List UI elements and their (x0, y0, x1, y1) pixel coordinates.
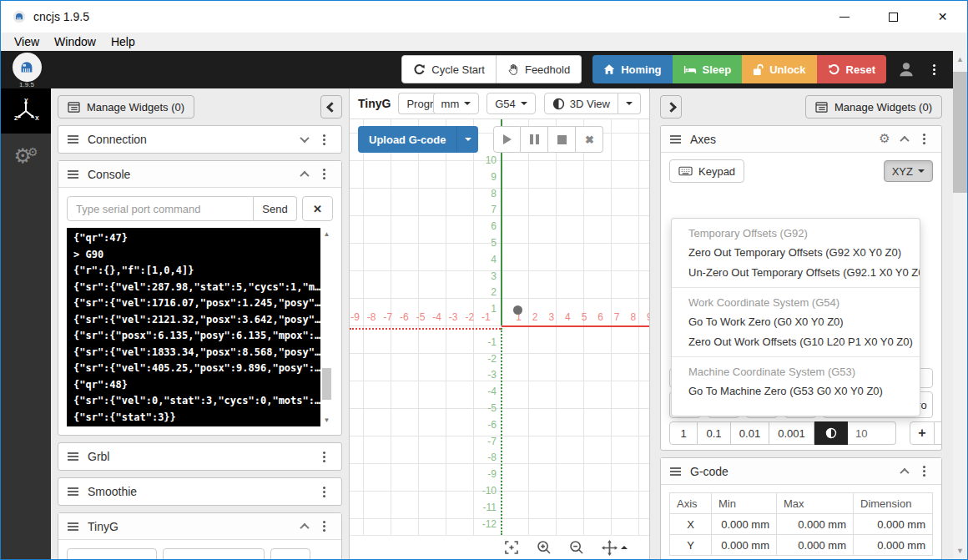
drag-handle-icon[interactable] (67, 452, 79, 462)
right-widget-column: Manage Widgets (0) Axes ⚙ Keypad (650, 88, 953, 559)
widget-menu-icon[interactable] (315, 130, 333, 149)
reset-button[interactable]: Reset (817, 55, 886, 83)
sidebar-item-workspace[interactable]: Y Z X (1, 88, 51, 134)
step-toggle-button[interactable] (814, 421, 848, 445)
gcode-value-cell: 0.000 mm (712, 514, 777, 535)
send-command-button[interactable]: Send (254, 196, 297, 221)
menu-item[interactable]: Zero Out Work Offsets (G10 L20 P1 X0 Y0 … (672, 332, 920, 352)
drag-handle-icon[interactable] (67, 522, 79, 532)
program-status-button[interactable]: Program S (398, 93, 434, 114)
gcode-value-cell: 0.000 mm (854, 535, 933, 556)
drag-handle-icon[interactable] (669, 134, 682, 144)
header-menu-icon[interactable] (926, 68, 941, 71)
axis-select-dropdown[interactable]: XYZ (884, 160, 933, 182)
widget-menu-icon[interactable] (315, 482, 333, 501)
axes-widget: Axes ⚙ Keypad XYZ (660, 125, 942, 451)
step-preset-button[interactable]: 0.1 (698, 421, 731, 445)
wcs-dropdown[interactable]: G54 (487, 93, 536, 114)
custom-step-input[interactable]: 10 (848, 421, 896, 445)
run-button[interactable] (493, 126, 521, 153)
widget-menu-icon[interactable] (315, 447, 333, 466)
step-preset-button[interactable]: 1 (669, 421, 698, 445)
scroll-up-icon[interactable]: ▲ (953, 55, 967, 63)
menu-item[interactable]: Go To Work Zero (G0 X0 Y0 Z0) (672, 312, 920, 332)
sleep-button[interactable]: Sleep (673, 55, 743, 83)
caret-up-icon (621, 546, 628, 549)
widget-menu-icon[interactable] (915, 130, 933, 149)
manage-widgets-button-right[interactable]: Manage Widgets (0) (805, 95, 942, 119)
x-axis-tick-label: -3 (446, 311, 461, 323)
cycle-start-button[interactable]: Cycle Start (401, 55, 497, 83)
tinyg-control-stub[interactable] (67, 548, 157, 559)
console-terminal[interactable]: {"qr":47}> G90{"r":{},"f":[1,0,4]}{"sr":… (67, 228, 333, 426)
widget-menu-icon[interactable] (315, 165, 333, 184)
gcode-table-header: Min (712, 493, 777, 514)
gcode-table-header: Axis (670, 493, 712, 514)
menu-divider (672, 287, 920, 288)
step-increase-button[interactable]: + (910, 421, 935, 445)
tinyg-control-stub[interactable] (163, 548, 265, 559)
scroll-down-icon[interactable]: ▼ (953, 547, 967, 555)
view-options-dropdown[interactable] (618, 93, 641, 114)
drag-handle-icon[interactable] (669, 467, 682, 477)
y-axis-tick-label: -3 (475, 369, 497, 381)
zoom-in-icon[interactable] (537, 540, 552, 555)
widget-menu-icon[interactable] (915, 462, 933, 481)
feedhold-button[interactable]: Feedhold (497, 55, 582, 83)
unlock-button[interactable]: Unlock (742, 55, 816, 83)
collapse-widget-button[interactable] (295, 165, 315, 184)
close-button[interactable]: ✕ (918, 1, 967, 33)
scrollbar-thumb[interactable] (322, 368, 331, 400)
scroll-down-icon[interactable]: ▼ (320, 416, 333, 424)
step-decrease-button[interactable]: − (935, 421, 942, 445)
menu-window[interactable]: Window (47, 33, 103, 51)
y-axis-tick-label: 7 (475, 204, 497, 215)
fit-view-icon[interactable] (504, 540, 519, 555)
keypad-button[interactable]: Keypad (669, 159, 744, 183)
collapse-widget-button[interactable] (895, 462, 915, 481)
close-gcode-button[interactable]: ✖ (576, 126, 603, 153)
user-account-icon[interactable] (897, 60, 915, 78)
pan-view-dropdown[interactable] (602, 540, 628, 556)
minimize-button[interactable] (819, 1, 869, 33)
upload-gcode-button[interactable]: Upload G-code (358, 126, 456, 153)
drag-handle-icon[interactable] (67, 169, 79, 179)
drag-handle-icon[interactable] (67, 487, 79, 497)
step-preset-button[interactable]: 0.001 (769, 421, 814, 445)
collapse-widget-button[interactable] (895, 130, 915, 149)
collapse-widget-button[interactable] (295, 517, 315, 536)
x-axis-tick-label: 3 (544, 311, 559, 323)
app-logo[interactable]: 1.9.5 (10, 53, 43, 88)
clear-console-button[interactable]: ✕ (302, 196, 333, 221)
sidebar-item-settings[interactable]: ⚙⚙ (1, 134, 51, 179)
tinyg-control-stub[interactable] (270, 548, 310, 559)
console-scrollbar[interactable]: ▲ ▼ (320, 228, 333, 426)
pause-button[interactable] (521, 126, 548, 153)
homing-button[interactable]: Homing (592, 55, 672, 83)
zoom-out-icon[interactable] (569, 540, 584, 555)
serial-command-input[interactable] (67, 196, 254, 221)
expand-widget-button[interactable] (295, 130, 315, 149)
widget-menu-icon[interactable] (315, 517, 333, 536)
page-scrollbar[interactable]: ▲ ▼ (953, 51, 967, 559)
units-dropdown[interactable]: mm (433, 93, 480, 114)
widget-settings-button[interactable]: ⚙ (875, 130, 895, 149)
stop-button[interactable] (548, 126, 576, 153)
scroll-up-icon[interactable]: ▲ (320, 230, 333, 238)
step-preset-button[interactable]: 0.01 (731, 421, 769, 445)
view-mode-toggle[interactable]: 3D View (544, 93, 618, 114)
chevron-down-icon (300, 134, 309, 143)
menu-item[interactable]: Go To Machine Zero (G53 G0 X0 Y0 Z0) (672, 381, 920, 401)
menu-help[interactable]: Help (103, 33, 143, 51)
drag-handle-icon[interactable] (67, 134, 79, 144)
scrollbar-thumb[interactable] (953, 72, 967, 193)
maximize-button[interactable] (869, 1, 918, 33)
menu-view[interactable]: View (7, 33, 47, 51)
collapse-left-panel-button[interactable] (320, 95, 342, 119)
expand-right-panel-button[interactable] (660, 95, 682, 119)
upload-options-dropdown[interactable] (456, 126, 478, 153)
manage-widgets-button-left[interactable]: Manage Widgets (0) (58, 95, 194, 119)
visualizer-canvas[interactable]: -9-8-7-6-5-4-3-2-112345678910987654321-1… (350, 119, 649, 535)
menu-item[interactable]: Zero Out Temporary Offsets (G92 X0 Y0 Z0… (672, 243, 920, 263)
menu-item[interactable]: Un-Zero Out Temporary Offsets (G92.1 X0 … (672, 263, 920, 283)
